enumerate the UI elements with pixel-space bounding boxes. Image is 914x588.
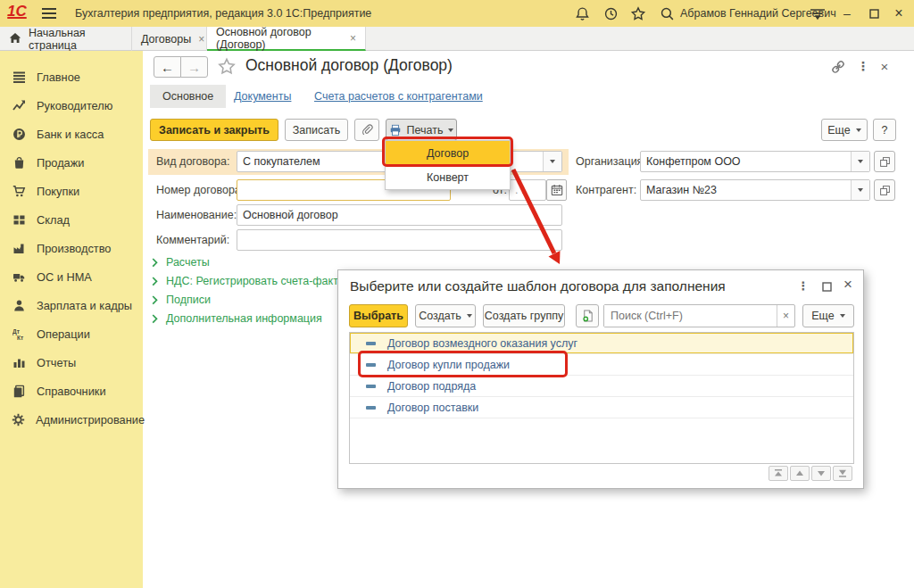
search-icon[interactable] (657, 4, 677, 22)
dialog-more-button[interactable]: Еще (802, 304, 854, 327)
list-item-supply-contract[interactable]: Договор поставки (350, 397, 853, 418)
search-input[interactable] (604, 305, 777, 327)
menu-lines-icon (12, 70, 26, 84)
nav-tab-documents[interactable]: Документы (234, 90, 291, 103)
forward-button[interactable]: → (180, 56, 208, 78)
home-icon (9, 32, 21, 46)
combo-dropdown-icon[interactable] (851, 152, 869, 171)
trend-up-icon (12, 99, 26, 112)
name-label: Наименование: (156, 209, 237, 221)
dialog-load-file-button[interactable] (576, 304, 599, 327)
name-input[interactable] (237, 204, 562, 226)
shopping-bag-icon (12, 156, 26, 170)
print-menu-item-envelope[interactable]: Конверт (386, 165, 510, 189)
nav-tab-settlement-accounts[interactable]: Счета расчетов с контрагентами (314, 90, 483, 103)
open-item-icon (879, 185, 891, 196)
comment-input[interactable] (237, 229, 562, 251)
more-button[interactable]: Еще (821, 119, 868, 141)
organization-input[interactable] (641, 152, 851, 171)
section-vat[interactable]: НДС: Регистрировать счета-фактур (152, 275, 350, 287)
sidebar: Главное Руководителю Банк и касса Продаж… (0, 51, 143, 588)
sidebar-item-administration[interactable]: Администрирование (0, 405, 143, 434)
sidebar-item-payroll-hr[interactable]: Зарплата и кадры (0, 291, 143, 319)
counterparty-open-button[interactable] (874, 179, 895, 201)
section-signatures[interactable]: Подписи (152, 294, 211, 306)
tab-label: Договоры (141, 33, 191, 46)
template-dialog: Выберите или создайте шаблон договора дл… (337, 269, 864, 489)
go-last-button[interactable] (833, 466, 852, 481)
dialog-close-icon[interactable]: × (841, 277, 855, 293)
section-additional-info[interactable]: Дополнительная информация (152, 312, 322, 325)
list-item-sale-contract[interactable]: Договор купли продажи (350, 354, 853, 376)
titlebar: 1С Бухгалтерия предприятия, редакция 3.0… (0, 0, 914, 27)
dialog-search-field[interactable]: × (603, 304, 795, 327)
sidebar-item-sales[interactable]: Продажи (0, 148, 143, 177)
more-dots-icon[interactable]: ⋮ (857, 58, 869, 74)
dialog-title: Выберите или создайте шаблон договора дл… (350, 278, 726, 294)
list-nav-buttons (769, 466, 852, 481)
sidebar-item-reports[interactable]: Отчеты (0, 348, 143, 377)
comment-label: Комментарий: (156, 234, 229, 246)
sidebar-item-bank-cash[interactable]: Банк и касса (0, 120, 143, 148)
date-input[interactable] (509, 179, 546, 201)
combo-dropdown-icon[interactable] (851, 180, 869, 200)
notifications-bell-icon[interactable] (572, 4, 592, 22)
counterparty-combo[interactable] (640, 179, 870, 201)
counterparty-input[interactable] (641, 180, 851, 200)
go-down-button[interactable] (811, 466, 831, 481)
minimize-button[interactable]: – (837, 4, 857, 22)
tab-home[interactable]: Начальная страница (0, 27, 132, 51)
item-dash-icon (366, 406, 376, 410)
sidebar-item-purchases[interactable]: Покупки (0, 177, 143, 205)
organization-combo[interactable] (640, 151, 870, 172)
service-menu-icon[interactable] (808, 4, 827, 22)
go-first-button[interactable] (769, 466, 788, 481)
dialog-select-button[interactable]: Выбрать (349, 304, 408, 327)
help-button[interactable]: ? (873, 119, 896, 141)
dialog-more-dots-icon[interactable]: ⋮ (796, 277, 810, 294)
sidebar-item-operations[interactable]: ДтКт Операции (0, 319, 143, 348)
tab-contracts[interactable]: Договоры × (132, 27, 207, 51)
ruble-coin-icon (12, 128, 26, 141)
attach-button[interactable] (354, 119, 379, 141)
gear-icon (12, 413, 25, 427)
print-button[interactable]: Печать (386, 119, 457, 141)
back-button[interactable]: ← (154, 56, 181, 78)
sidebar-item-warehouse[interactable]: Склад (0, 205, 143, 234)
nav-tab-main[interactable]: Основное (150, 85, 226, 108)
main-menu-icon[interactable] (39, 4, 59, 22)
list-item-services-contract[interactable]: Договор возмездного оказания услуг (350, 333, 853, 354)
list-item-work-contract[interactable]: Договор подряда (350, 376, 853, 397)
calendar-button[interactable] (546, 179, 567, 201)
1c-logo-icon: 1С (7, 4, 27, 19)
close-window-button[interactable]: × (889, 4, 909, 22)
close-form-icon[interactable]: × (878, 58, 891, 74)
sidebar-item-fixed-assets[interactable]: ОС и НМА (0, 262, 143, 291)
section-settlements[interactable]: Расчеты (152, 256, 210, 269)
save-close-button[interactable]: Записать и закрыть (150, 119, 278, 141)
combo-dropdown-icon[interactable] (543, 152, 561, 171)
dialog-create-button[interactable]: Создать (415, 304, 476, 327)
history-icon[interactable] (601, 4, 620, 22)
search-clear-icon[interactable]: × (777, 305, 794, 327)
sidebar-item-manager[interactable]: Руководителю (0, 91, 143, 120)
sidebar-item-directories[interactable]: Справочники (0, 377, 143, 405)
favorites-star-icon[interactable] (628, 4, 648, 22)
tab-close-icon[interactable]: × (350, 32, 356, 45)
dialog-maximize-icon[interactable] (819, 279, 834, 294)
maximize-button[interactable] (864, 4, 884, 22)
tab-close-icon[interactable]: × (198, 33, 204, 46)
go-up-button[interactable] (790, 466, 810, 481)
tab-label: Начальная страница (29, 27, 122, 52)
tab-main-contract[interactable]: Основной договор (Договор) × (207, 27, 366, 51)
print-menu-item-contract[interactable]: Договор (386, 141, 510, 165)
save-button[interactable]: Записать (285, 119, 348, 141)
favorite-star-icon[interactable] (217, 57, 237, 76)
item-dash-icon (366, 342, 376, 345)
link-icon[interactable] (830, 59, 846, 75)
organization-open-button[interactable] (874, 151, 895, 172)
tab-label: Основной договор (Договор) (216, 26, 343, 51)
sidebar-item-production[interactable]: Производство (0, 234, 143, 262)
sidebar-item-main[interactable]: Главное (0, 62, 143, 91)
dialog-create-group-button[interactable]: Создать группу (483, 304, 565, 327)
